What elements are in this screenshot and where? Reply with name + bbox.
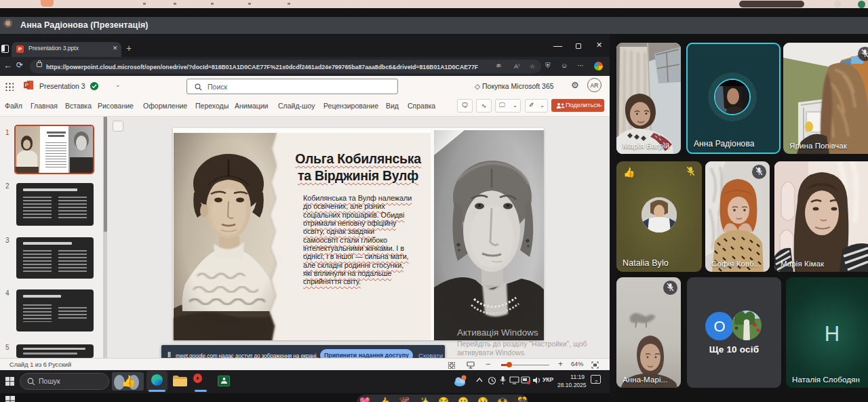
- svg-text:P: P: [25, 82, 28, 88]
- svg-text:O: O: [713, 318, 725, 335]
